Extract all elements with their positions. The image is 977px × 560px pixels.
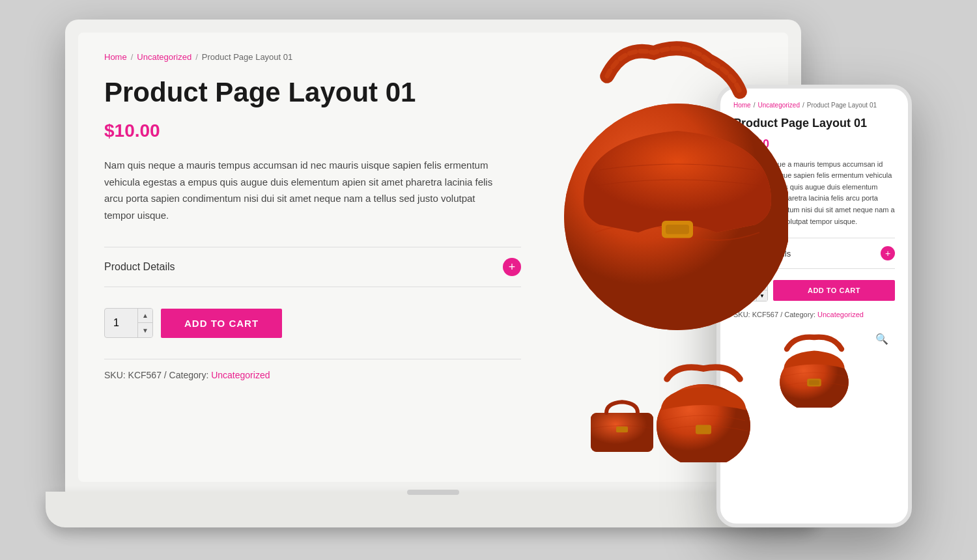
svg-rect-3 xyxy=(666,225,689,234)
scene: Home / Uncategorized / Product Page Layo… xyxy=(65,20,912,540)
laptop-body: Home / Uncategorized / Product Page Layo… xyxy=(65,20,801,495)
breadcrumb-category[interactable]: Uncategorized xyxy=(137,52,191,62)
svg-rect-6 xyxy=(696,425,711,434)
laptop-device: Home / Uncategorized / Product Page Layo… xyxy=(65,20,801,527)
sku-text: SKU: KCF567 / Category: xyxy=(104,370,208,380)
laptop-bag-large-image xyxy=(560,33,788,345)
add-to-cart-button[interactable]: ADD TO CART xyxy=(161,309,282,338)
laptop-notch xyxy=(407,490,459,495)
mobile-sku-category-link[interactable]: Uncategorized xyxy=(817,311,864,318)
laptop-bag-small-2-image xyxy=(586,397,658,456)
quantity-spinners: ▲ ▼ xyxy=(137,309,152,337)
quantity-up-button[interactable]: ▲ xyxy=(138,309,152,323)
product-description: Nam quis neque a mauris tempus accumsan … xyxy=(104,157,508,223)
mobile-accordion-plus-icon: + xyxy=(881,246,895,260)
quantity-input[interactable] xyxy=(105,309,137,337)
laptop-base xyxy=(46,492,821,527)
breadcrumb-sep-2: / xyxy=(195,52,198,62)
laptop-bag-small-1-image xyxy=(651,358,756,462)
laptop-bag-small-1 xyxy=(651,358,756,462)
breadcrumb-sep-1: / xyxy=(131,52,134,62)
svg-rect-9 xyxy=(616,427,628,432)
laptop-bag-large-container xyxy=(560,33,788,345)
mobile-breadcrumb-sep-2: / xyxy=(802,102,804,109)
quantity-box: ▲ ▼ xyxy=(104,308,153,338)
accordion-plus-icon: + xyxy=(503,258,521,276)
quantity-down-button[interactable]: ▼ xyxy=(138,323,152,337)
sku-category-link[interactable]: Uncategorized xyxy=(211,370,270,380)
mobile-zoom-icon[interactable]: 🔍 xyxy=(875,333,888,345)
product-details-accordion[interactable]: Product Details + xyxy=(104,247,521,287)
laptop-screen: Home / Uncategorized / Product Page Layo… xyxy=(78,33,788,482)
breadcrumb-current: Product Page Layout 01 xyxy=(202,52,293,62)
mobile-add-to-cart-button[interactable]: ADD TO CART xyxy=(773,280,895,301)
laptop-bag-small-2 xyxy=(586,397,658,456)
svg-rect-13 xyxy=(809,380,819,385)
breadcrumb-home[interactable]: Home xyxy=(104,52,127,62)
mobile-breadcrumb-current: Product Page Layout 01 xyxy=(807,102,877,109)
product-details-label: Product Details xyxy=(104,261,175,273)
